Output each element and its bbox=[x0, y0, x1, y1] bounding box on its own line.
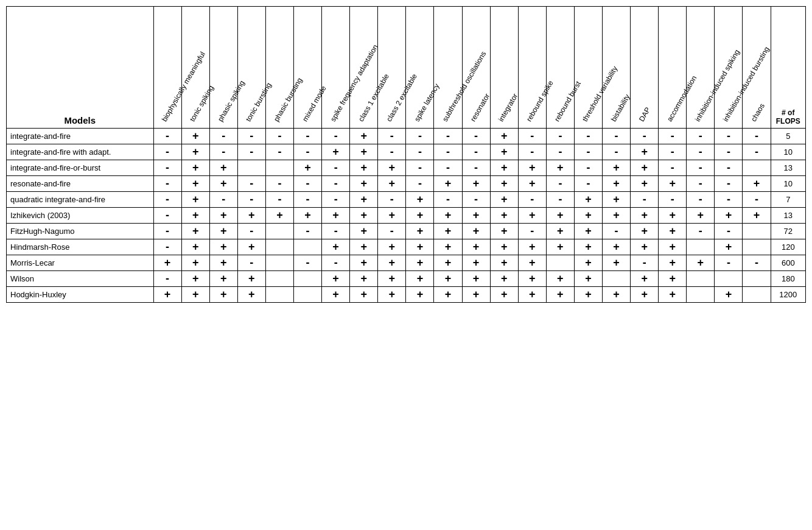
col-header-13: rebound spike bbox=[518, 7, 546, 129]
table-row: integrate-and-fire-or-burst-+++-++---+++… bbox=[7, 160, 806, 176]
value-cell: + bbox=[378, 208, 406, 224]
value-cell: + bbox=[659, 239, 687, 255]
value-cell: - bbox=[687, 160, 715, 176]
value-cell: - bbox=[743, 192, 771, 208]
value-cell: + bbox=[406, 239, 434, 255]
table-row: Morris-Lecar+++---+++++++++-++--600 bbox=[7, 255, 806, 271]
flops-cell: 180 bbox=[771, 271, 805, 287]
table-row: Wilson-+++++++++++++++180 bbox=[7, 271, 806, 287]
flops-cell: 10 bbox=[771, 144, 805, 160]
value-cell bbox=[265, 255, 293, 271]
value-cell: - bbox=[293, 129, 321, 144]
table-row: Hodgkin-Huxley++++++++++++++++++1200 bbox=[7, 287, 806, 303]
value-cell: + bbox=[574, 192, 602, 208]
value-cell: + bbox=[181, 239, 209, 255]
value-cell: + bbox=[350, 144, 378, 160]
col-header-9: spike latency bbox=[406, 7, 434, 129]
value-cell: + bbox=[181, 287, 209, 303]
value-cell: - bbox=[659, 192, 687, 208]
model-name-cell: integrate-and-fire bbox=[7, 129, 154, 144]
model-name-cell: quadratic integrate-and-fire bbox=[7, 192, 154, 208]
value-cell: + bbox=[434, 176, 462, 192]
value-cell: + bbox=[350, 176, 378, 192]
value-cell: + bbox=[490, 239, 518, 255]
model-name-cell: Wilson bbox=[7, 271, 154, 287]
value-cell: + bbox=[406, 208, 434, 224]
value-cell: + bbox=[378, 160, 406, 176]
value-cell: - bbox=[743, 144, 771, 160]
value-cell: - bbox=[265, 144, 293, 160]
value-cell: - bbox=[322, 160, 350, 176]
value-cell: - bbox=[518, 129, 546, 144]
value-cell: + bbox=[237, 287, 265, 303]
value-cell: + bbox=[181, 129, 209, 144]
value-cell: + bbox=[574, 255, 602, 271]
value-cell: + bbox=[322, 271, 350, 287]
value-cell: + bbox=[631, 176, 659, 192]
col-header-4: phasic bursting bbox=[265, 7, 293, 129]
value-cell: + bbox=[350, 271, 378, 287]
value-cell: + bbox=[687, 208, 715, 224]
value-cell: - bbox=[237, 144, 265, 160]
value-cell: + bbox=[490, 255, 518, 271]
col-header-5: mixed mode bbox=[293, 7, 321, 129]
value-cell: + bbox=[209, 287, 237, 303]
value-cell bbox=[265, 239, 293, 255]
value-cell: + bbox=[546, 271, 574, 287]
value-cell: + bbox=[490, 224, 518, 239]
value-cell: + bbox=[293, 160, 321, 176]
value-cell bbox=[237, 160, 265, 176]
table-row: integrate-and-fire with adapt.-+----++--… bbox=[7, 144, 806, 160]
value-cell bbox=[687, 271, 715, 287]
value-cell: - bbox=[237, 255, 265, 271]
value-cell: + bbox=[546, 287, 574, 303]
value-cell: + bbox=[434, 224, 462, 239]
col-header-0: biophysically meaningful bbox=[153, 7, 181, 129]
value-cell: - bbox=[293, 255, 321, 271]
value-cell: - bbox=[462, 129, 490, 144]
value-cell bbox=[743, 239, 771, 255]
table-row: FitzHugh-Nagumo-++---+-++++-++-++--72 bbox=[7, 224, 806, 239]
value-cell: + bbox=[322, 208, 350, 224]
value-cell: + bbox=[209, 160, 237, 176]
value-cell: + bbox=[153, 287, 181, 303]
value-cell: + bbox=[631, 224, 659, 239]
value-cell: - bbox=[462, 144, 490, 160]
value-cell: + bbox=[378, 176, 406, 192]
value-cell: - bbox=[153, 144, 181, 160]
col-header-18: accommodation bbox=[659, 7, 687, 129]
value-cell: - bbox=[574, 144, 602, 160]
value-cell: - bbox=[659, 129, 687, 144]
value-cell: + bbox=[490, 271, 518, 287]
value-cell: + bbox=[434, 271, 462, 287]
value-cell: - bbox=[406, 144, 434, 160]
value-cell: - bbox=[293, 144, 321, 160]
value-cell: + bbox=[546, 224, 574, 239]
value-cell: - bbox=[378, 224, 406, 239]
value-cell: + bbox=[603, 208, 631, 224]
value-cell: - bbox=[574, 176, 602, 192]
value-cell: + bbox=[322, 287, 350, 303]
value-cell: - bbox=[406, 176, 434, 192]
value-cell: - bbox=[322, 176, 350, 192]
value-cell: - bbox=[518, 192, 546, 208]
value-cell: + bbox=[293, 208, 321, 224]
value-cell bbox=[715, 271, 743, 287]
table-row: quadratic integrate-and-fire-+-----+-+--… bbox=[7, 192, 806, 208]
value-cell: - bbox=[715, 192, 743, 208]
value-cell: + bbox=[237, 208, 265, 224]
value-cell: - bbox=[715, 224, 743, 239]
value-cell: - bbox=[603, 129, 631, 144]
value-cell: + bbox=[490, 144, 518, 160]
value-cell: + bbox=[434, 239, 462, 255]
flops-cell: 72 bbox=[771, 224, 805, 239]
value-cell: + bbox=[181, 160, 209, 176]
value-cell: + bbox=[574, 239, 602, 255]
value-cell: + bbox=[209, 224, 237, 239]
flops-cell: 120 bbox=[771, 239, 805, 255]
value-cell: - bbox=[209, 129, 237, 144]
col-header-16: bistability bbox=[603, 7, 631, 129]
value-cell: + bbox=[181, 224, 209, 239]
value-cell: + bbox=[659, 224, 687, 239]
flops-cell: 7 bbox=[771, 192, 805, 208]
